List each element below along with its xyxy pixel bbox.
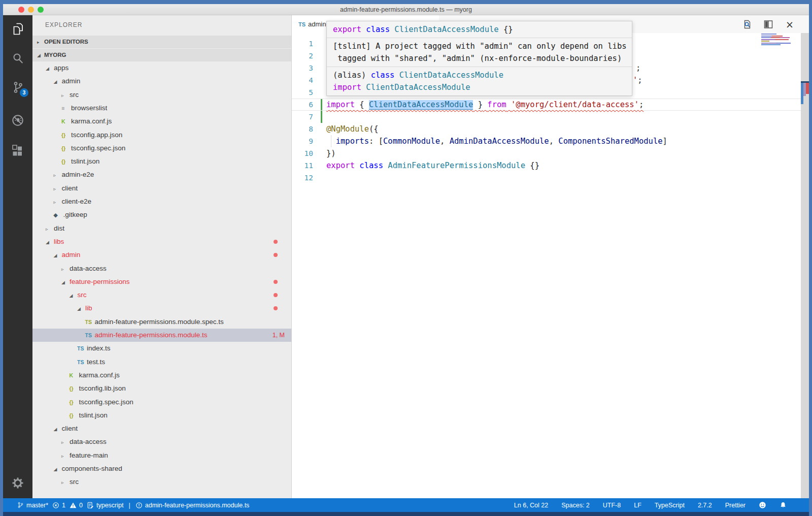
tree-item-tsconfig.spec.json[interactable]: {}tsconfig.spec.json (32, 396, 292, 409)
line-number-3: 3 (292, 62, 313, 74)
notifications-bell[interactable] (780, 501, 787, 509)
tree-item-client-e2e[interactable]: ▹client-e2e (32, 195, 292, 208)
problems-modified-badge: 1, M (273, 329, 285, 342)
tree-item-karma.conf.js[interactable]: Kkarma.conf.js (32, 369, 292, 382)
debug-disabled-icon[interactable] (11, 113, 25, 127)
minimap-line (761, 34, 776, 35)
minimap[interactable] (761, 34, 792, 46)
code-line-9[interactable]: imports: [CommonModule, AdminDataAccessM… (326, 135, 667, 147)
title-bar[interactable]: admin-feature-permissions.module.ts — my… (3, 4, 809, 15)
status-bar-left: master*10typescript|admin-feature-permis… (17, 501, 514, 509)
tree-item-apps[interactable]: ◢apps (32, 61, 292, 75)
tree-item-label: .gitkeep (63, 211, 87, 218)
chevron-down-icon: ◢ (54, 249, 62, 262)
warning-count[interactable]: 0 (70, 502, 83, 509)
tree-item-admin[interactable]: ◢admin (32, 75, 292, 88)
language-mode[interactable]: TypeScript (655, 502, 685, 509)
status-item-label: admin-feature-permissions.module.ts (145, 502, 250, 509)
tree-item-karma.conf.js[interactable]: Kkarma.conf.js (32, 115, 292, 128)
tree-item-label: browserslist (71, 104, 107, 112)
code-token (390, 25, 394, 34)
tree-item-browserslist[interactable]: ≡browserslist (32, 102, 292, 115)
line-number-11: 11 (292, 159, 313, 172)
json-file-icon: {} (70, 382, 79, 395)
tree-item-data-access[interactable]: ▹data-access (32, 262, 292, 275)
feedback-smiley[interactable] (759, 501, 766, 509)
split-editor-icon[interactable] (763, 19, 773, 29)
code-token: , (440, 137, 450, 146)
prettier-status[interactable]: Prettier (725, 502, 746, 509)
open-changes-icon[interactable] (742, 19, 752, 29)
tree-item-test.ts[interactable]: TStest.ts (32, 356, 292, 369)
line-number-5: 5 (292, 86, 313, 99)
tree-item-admin[interactable]: ◢admin (32, 248, 292, 262)
overview-ruler-scrollbar[interactable] (801, 33, 809, 498)
code-line-10[interactable]: }) (326, 147, 336, 159)
chevron-right-icon: ▹ (54, 196, 62, 209)
tree-item-admin-feature-permissions.module.spec.ts[interactable]: TSadmin-feature-permissions.module.spec.… (32, 315, 292, 329)
tree-item-client[interactable]: ▹client (32, 182, 292, 195)
code-line-6[interactable]: import { ClientDataAccessModule } from '… (326, 99, 644, 111)
code-line-11[interactable]: export class AdminFeaturePermissionsModu… (326, 159, 539, 172)
git-branch-status[interactable]: master* (17, 501, 48, 509)
selected-symbol: ClientDataAccessModule (369, 100, 473, 110)
indentation[interactable]: Spaces: 2 (561, 502, 590, 509)
settings-gear-icon[interactable] (11, 476, 25, 490)
error-count[interactable]: 1 (52, 502, 65, 509)
tree-item-dist[interactable]: ▹dist (32, 222, 292, 235)
tree-item-admin-feature-permissions.module.ts[interactable]: TSadmin-feature-permissions.module.ts1, … (32, 329, 292, 342)
cursor-position[interactable]: Ln 6, Col 22 (514, 502, 548, 509)
eol-sequence[interactable]: LF (634, 502, 641, 509)
warning-icon (70, 502, 77, 509)
tree-item-tsconfig.spec.json[interactable]: {}tsconfig.spec.json (32, 142, 292, 155)
tree-item-lib[interactable]: ◢lib (32, 302, 292, 315)
problem-file-status[interactable]: admin-feature-permissions.module.ts (136, 502, 250, 509)
minimap-line (761, 44, 781, 45)
code-token: @NgModule (326, 124, 369, 134)
indent-guide (331, 135, 331, 147)
chevron-down-icon: ◢ (54, 75, 62, 88)
chevron-right-icon: ▹ (61, 449, 70, 463)
tslint-status[interactable]: typescript (87, 502, 124, 509)
tree-item-src[interactable]: ▹src (32, 475, 292, 489)
code-token (355, 100, 359, 109)
tree-item-tslint.json[interactable]: {}tslint.json (32, 409, 292, 422)
hover-alias-section: (alias) class ClientDataAccessModule imp… (327, 67, 632, 95)
encoding[interactable]: UTF-8 (603, 502, 621, 509)
close-icon[interactable]: × (785, 19, 795, 29)
source-control-icon[interactable]: 3 (11, 80, 25, 94)
line-number-12: 12 (292, 172, 313, 184)
tree-item-feature-main[interactable]: ▹feature-main (32, 449, 292, 462)
tree-item-src[interactable]: ▹src (32, 88, 292, 102)
typescript-version[interactable]: 2.7.2 (698, 502, 712, 509)
tree-item-index.ts[interactable]: TSindex.ts (32, 342, 292, 355)
json-file-icon: {} (70, 396, 79, 409)
tree-item-tsconfig.app.json[interactable]: {}tsconfig.app.json (32, 128, 292, 142)
code-token: ClientDataAccessModule (366, 83, 470, 92)
tree-item-components-shared[interactable]: ◢components-shared (32, 462, 292, 475)
tree-item-label: feature-permissions (70, 278, 130, 285)
tree-item-data-access[interactable]: ▹data-access (32, 435, 292, 448)
tree-item-client[interactable]: ◢client (32, 422, 292, 435)
tree-item-src[interactable]: ◢src (32, 288, 292, 302)
code-line-8[interactable]: @NgModule({ (326, 123, 379, 135)
typescript-file-icon: TS (298, 16, 306, 33)
search-icon[interactable] (11, 51, 25, 66)
window-shadow (3, 512, 809, 516)
json-file-icon: {} (70, 409, 79, 422)
code-token: {} (499, 25, 513, 34)
chevron-down-icon: ◢ (70, 289, 78, 302)
hover-tslint-message: [tslint] A project tagged with "admin" c… (327, 38, 632, 67)
explorer-icon[interactable] (11, 22, 25, 36)
extensions-icon[interactable] (11, 144, 25, 158)
code-token: imports (336, 137, 369, 146)
editor-group[interactable]: TSadmin-feature-permissions.module.ts (292, 15, 809, 498)
tree-item-.gitkeep[interactable]: ◆.gitkeep (32, 208, 292, 221)
tree-item-libs[interactable]: ◢libs (32, 235, 292, 248)
tree-item-tsconfig.lib.json[interactable]: {}tsconfig.lib.json (32, 382, 292, 395)
line-number-2: 2 (292, 50, 313, 62)
tree-item-tslint.json[interactable]: {}tslint.json (32, 155, 292, 168)
status-item-label: 1 (62, 502, 65, 509)
tree-item-admin-e2e[interactable]: ▹admin-e2e (32, 168, 292, 181)
tree-item-feature-permissions[interactable]: ◢feature-permissions (32, 275, 292, 288)
